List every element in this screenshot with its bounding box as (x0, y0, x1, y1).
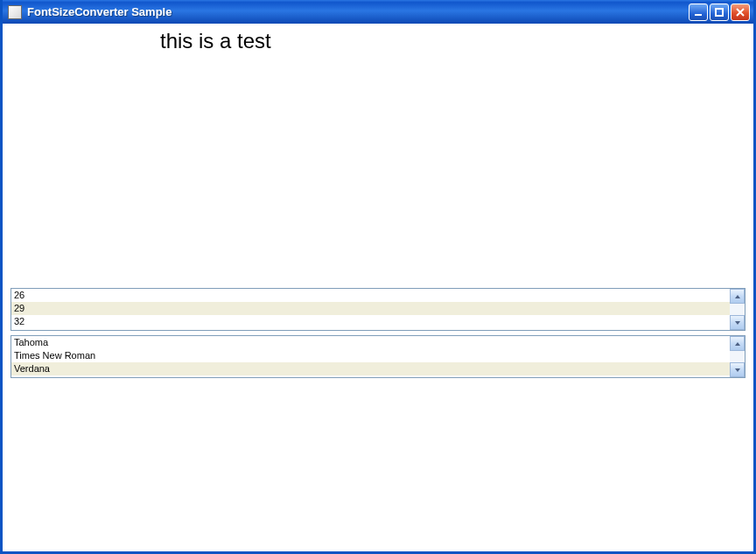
list-item[interactable]: 29 (11, 302, 730, 315)
app-icon[interactable] (8, 5, 22, 19)
list-item[interactable]: Times New Roman (11, 349, 730, 362)
list-item[interactable]: 32 (11, 315, 730, 328)
close-icon (735, 7, 746, 18)
scroll-up-button[interactable] (730, 336, 745, 351)
font-size-items: 26 29 32 (11, 289, 730, 330)
minimize-button[interactable] (689, 4, 708, 21)
chevron-up-icon (734, 293, 741, 300)
svg-rect-1 (716, 9, 723, 16)
app-window: FontSizeConverter Sample this is a test … (0, 0, 756, 554)
demo-text: this is a test (160, 29, 271, 53)
minimize-icon (693, 7, 704, 18)
scroll-up-button[interactable] (730, 289, 745, 304)
window-buttons (689, 4, 750, 21)
svg-rect-0 (695, 14, 702, 16)
scroll-track[interactable] (730, 351, 745, 362)
window-title: FontSizeConverter Sample (27, 5, 689, 18)
maximize-icon (714, 7, 724, 18)
scroll-down-button[interactable] (730, 362, 745, 377)
list-item[interactable]: 26 (11, 289, 730, 302)
scrollbar[interactable] (730, 336, 745, 377)
list-item[interactable]: Verdana (11, 362, 730, 375)
chevron-up-icon (734, 340, 741, 347)
list-item[interactable]: Tahoma (11, 336, 730, 349)
chevron-down-icon (734, 367, 741, 374)
titlebar[interactable]: FontSizeConverter Sample (3, 0, 753, 24)
maximize-button[interactable] (710, 4, 729, 21)
close-button[interactable] (731, 4, 750, 21)
scroll-down-button[interactable] (730, 315, 745, 330)
scroll-track[interactable] (730, 304, 745, 315)
chevron-down-icon (734, 319, 741, 326)
font-family-items: Tahoma Times New Roman Verdana (11, 336, 730, 377)
scrollbar[interactable] (730, 289, 745, 330)
font-size-listbox[interactable]: 26 29 32 (10, 288, 746, 331)
client-area: this is a test 26 29 32 Tahoma Times New (3, 24, 753, 551)
font-family-listbox[interactable]: Tahoma Times New Roman Verdana (10, 335, 746, 378)
